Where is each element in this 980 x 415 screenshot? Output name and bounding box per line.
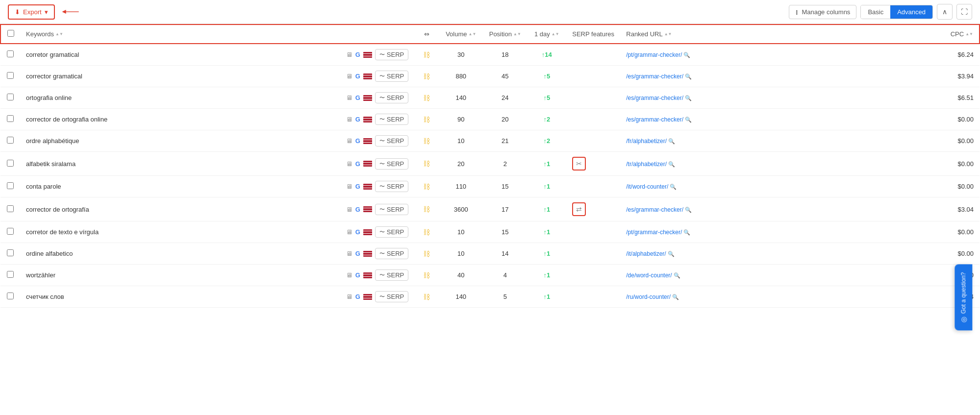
serp-button[interactable]: 〜 SERP [375, 49, 408, 60]
serp-button[interactable]: 〜 SERP [375, 226, 408, 238]
url-search-icon[interactable]: 🔍 [685, 73, 692, 79]
desktop-icon[interactable]: 🖥 [346, 293, 352, 300]
url-search-icon[interactable]: 🔍 [672, 294, 679, 300]
url-search-icon[interactable]: 🔍 [668, 138, 675, 144]
ranked-url-link[interactable]: /es/grammar-checker/ [626, 116, 683, 123]
serp-button[interactable]: 〜 SERP [375, 114, 408, 125]
chain-link-icon[interactable]: ⛓ [423, 250, 430, 258]
url-search-icon[interactable]: 🔍 [683, 52, 690, 58]
desktop-icon[interactable]: 🖥 [346, 183, 352, 190]
serp-button[interactable]: 〜 SERP [375, 248, 408, 259]
chain-link-icon[interactable]: ⛓ [423, 293, 430, 301]
serp-button[interactable]: 〜 SERP [375, 135, 408, 146]
serp-button[interactable]: 〜 SERP [375, 204, 408, 215]
select-all-checkbox[interactable] [7, 30, 14, 37]
chain-link-icon[interactable]: ⛓ [423, 94, 430, 102]
google-icon[interactable]: G [355, 250, 360, 257]
desktop-icon[interactable]: 🖥 [346, 250, 352, 257]
row-checkbox[interactable] [7, 249, 14, 256]
row-checkbox[interactable] [7, 228, 14, 235]
google-icon[interactable]: G [355, 73, 360, 80]
row-checkbox[interactable] [7, 293, 14, 299]
google-icon[interactable]: G [355, 51, 360, 58]
ranked-url-link[interactable]: /es/grammar-checker/ [626, 206, 683, 213]
google-icon[interactable]: G [355, 271, 360, 279]
desktop-icon[interactable]: 🖥 [346, 137, 352, 145]
expand-button[interactable]: ⛶ [956, 4, 972, 20]
ranked-url-link[interactable]: /es/grammar-checker/ [626, 95, 683, 101]
desktop-icon[interactable]: 🖥 [346, 160, 352, 168]
volume-cell: 20 [439, 152, 483, 176]
chain-link-icon[interactable]: ⛓ [423, 160, 430, 168]
google-icon[interactable]: G [355, 293, 360, 300]
ranked-url-link[interactable]: /it/alphabetizer/ [626, 250, 666, 257]
url-search-icon[interactable]: 🔍 [668, 161, 675, 167]
desktop-icon[interactable]: 🖥 [346, 116, 352, 123]
row-checkbox[interactable] [7, 160, 14, 167]
google-icon[interactable]: G [355, 183, 360, 190]
google-icon[interactable]: G [355, 160, 360, 168]
chain-link-icon[interactable]: ⛓ [423, 73, 430, 80]
ranked-url-link[interactable]: /fr/alphabetizer/ [626, 138, 667, 145]
desktop-icon[interactable]: 🖥 [346, 94, 352, 101]
google-icon[interactable]: G [355, 116, 360, 123]
chain-link-icon[interactable]: ⛓ [423, 228, 430, 236]
chain-link-icon[interactable]: ⛓ [423, 116, 430, 123]
ranked-url-link[interactable]: /de/word-counter/ [626, 272, 672, 279]
ranked-url-link[interactable]: /ru/word-counter/ [626, 293, 671, 300]
url-search-icon[interactable]: 🔍 [670, 184, 677, 190]
desktop-icon[interactable]: 🖥 [346, 206, 352, 213]
desktop-icon[interactable]: 🖥 [346, 271, 352, 279]
url-search-icon[interactable]: 🔍 [685, 95, 692, 101]
desktop-icon[interactable]: 🖥 [346, 73, 352, 80]
ranked-url-link[interactable]: /it/word-counter/ [626, 183, 668, 190]
google-icon[interactable]: G [355, 228, 360, 236]
serp-button[interactable]: 〜 SERP [375, 269, 408, 281]
ranked-url-link[interactable]: /tr/alphabetizer/ [626, 161, 667, 168]
serp-button[interactable]: 〜 SERP [375, 92, 408, 103]
row-checkbox[interactable] [7, 50, 14, 57]
google-icon[interactable]: G [355, 94, 360, 101]
keywords-header[interactable]: Keywords ▲▼ [20, 24, 340, 44]
ranked-url-link[interactable]: /pt/grammar-checker/ [626, 51, 682, 58]
basic-view-button[interactable]: Basic [861, 5, 890, 19]
cpc-header[interactable]: CPC ▲▼ [940, 24, 980, 44]
select-all-header[interactable] [0, 24, 20, 44]
volume-header[interactable]: Volume ▲▼ [439, 24, 483, 44]
chain-link-icon[interactable]: ⛓ [423, 137, 430, 145]
google-icon[interactable]: G [355, 206, 360, 213]
ranked-url-link[interactable]: /pt/grammar-checker/ [626, 229, 682, 236]
row-checkbox[interactable] [7, 72, 14, 79]
desktop-icon[interactable]: 🖥 [346, 228, 352, 236]
chain-link-icon[interactable]: ⛓ [423, 205, 430, 213]
serp-button[interactable]: 〜 SERP [375, 158, 408, 170]
chain-link-icon[interactable]: ⛓ [423, 271, 430, 279]
chain-link-icon[interactable]: ⛓ [423, 183, 430, 191]
url-search-icon[interactable]: 🔍 [683, 229, 690, 235]
row-checkbox[interactable] [7, 271, 14, 278]
row-checkbox[interactable] [7, 115, 14, 122]
google-icon[interactable]: G [355, 137, 360, 145]
position-header[interactable]: Position ▲▼ [483, 24, 527, 44]
row-checkbox[interactable] [7, 182, 14, 189]
collapse-button[interactable]: ∧ [937, 4, 953, 20]
serp-button[interactable]: 〜 SERP [375, 181, 408, 192]
ranked-url-link[interactable]: /es/grammar-checker/ [626, 73, 683, 80]
url-search-icon[interactable]: 🔍 [685, 117, 692, 122]
row-checkbox[interactable] [7, 94, 14, 100]
serp-button[interactable]: 〜 SERP [375, 71, 408, 82]
row-checkbox[interactable] [7, 205, 14, 212]
export-button[interactable]: ⬇ Export ▾ [8, 4, 55, 20]
got-question-button[interactable]: ◎ Got a question? [955, 265, 973, 308]
oneday-header[interactable]: 1 day ▲▼ [527, 24, 566, 44]
serp-button[interactable]: 〜 SERP [375, 291, 408, 302]
url-search-icon[interactable]: 🔍 [685, 207, 692, 213]
ranked-url-header[interactable]: Ranked URL ▲▼ [620, 24, 940, 44]
url-search-icon[interactable]: 🔍 [674, 272, 680, 278]
desktop-icon[interactable]: 🖥 [346, 51, 352, 58]
url-search-icon[interactable]: 🔍 [668, 251, 675, 257]
advanced-view-button[interactable]: Advanced [890, 5, 932, 19]
chain-link-icon[interactable]: ⛓ [423, 51, 430, 59]
manage-columns-button[interactable]: ⫿ Manage columns [789, 5, 856, 19]
row-checkbox[interactable] [7, 137, 14, 144]
